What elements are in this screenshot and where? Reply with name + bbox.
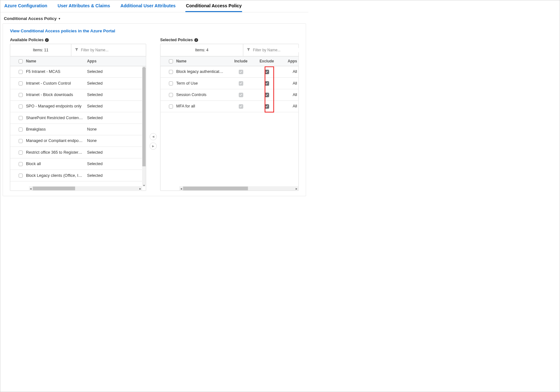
policy-apps: Selected <box>87 104 108 109</box>
policy-apps: Selected <box>87 162 108 166</box>
tab-additional-user-attributes[interactable]: Additional User Attributes <box>120 0 176 12</box>
table-row[interactable]: SharePoint Restricted Conten…Selected <box>10 112 142 124</box>
policy-name: SharePoint Restricted Conten… <box>26 116 87 120</box>
selected-filter-input[interactable] <box>253 48 300 52</box>
row-checkbox[interactable] <box>19 151 23 155</box>
row-checkbox[interactable] <box>169 104 173 108</box>
row-checkbox[interactable] <box>19 139 23 143</box>
view-in-azure-portal-link[interactable]: View Conditional Access policies in the … <box>10 29 115 34</box>
table-row[interactable]: MFA for allAll <box>160 101 299 112</box>
policy-apps: All <box>280 93 298 97</box>
policy-name: Block Legacy clients (Office, I… <box>26 173 87 178</box>
policy-name: Term of Use <box>176 81 228 86</box>
exclude-checkbox[interactable] <box>265 70 269 74</box>
selected-policies-title: Selected Policies <box>160 38 193 42</box>
policy-apps: Selected <box>87 93 108 97</box>
policy-name: Intranet - Custom Control <box>26 81 87 86</box>
scroll-left-arrow-icon[interactable]: ◀ <box>29 187 33 190</box>
row-checkbox[interactable] <box>19 81 23 86</box>
scroll-down-arrow-icon[interactable]: ▼ <box>142 183 146 186</box>
header-exclude[interactable]: Exclude <box>254 59 280 63</box>
header-apps[interactable]: Apps <box>87 59 108 63</box>
row-checkbox[interactable] <box>19 116 23 120</box>
row-checkbox[interactable] <box>169 70 173 74</box>
tab-conditional-access-policy[interactable]: Conditional Access Policy <box>185 0 242 12</box>
policy-apps: None <box>87 127 108 132</box>
policy-apps: Selected <box>87 116 108 120</box>
tab-user-attributes-claims[interactable]: User Attributes & Claims <box>57 0 111 12</box>
exclude-checkbox[interactable] <box>265 104 269 109</box>
table-row[interactable]: Block legacy authenticat…All <box>160 66 299 78</box>
policy-name: F5 Intranet - MCAS <box>26 69 87 74</box>
header-name[interactable]: Name <box>176 59 228 63</box>
include-checkbox[interactable] <box>239 93 243 97</box>
scroll-right-arrow-icon[interactable]: ▶ <box>295 187 299 190</box>
row-checkbox[interactable] <box>19 104 23 108</box>
selected-policies-panel: Selected Policies i Items: 4 Name <box>160 38 299 191</box>
available-filter-input[interactable] <box>81 48 143 52</box>
filter-icon <box>74 48 79 53</box>
policy-apps: Selected <box>87 173 108 178</box>
row-checkbox[interactable] <box>19 162 23 166</box>
table-row[interactable]: Intranet - Custom ControlSelected <box>10 78 142 89</box>
table-row[interactable]: Term of UseAll <box>160 78 299 89</box>
available-items-count: Items: 11 <box>10 44 71 56</box>
row-checkbox[interactable] <box>169 93 173 97</box>
header-apps[interactable]: Apps <box>280 59 298 63</box>
available-policies-panel: Available Policies i Items: 11 Name <box>10 38 146 191</box>
horizontal-scrollbar[interactable]: ◀ ▶ <box>29 186 142 190</box>
available-policies-title: Available Policies <box>10 38 43 42</box>
selected-items-count: Items: 4 <box>160 44 243 56</box>
vertical-scroll-thumb[interactable] <box>142 67 145 166</box>
info-icon[interactable]: i <box>194 38 198 42</box>
row-checkbox[interactable] <box>19 93 23 97</box>
scroll-right-arrow-icon[interactable]: ▶ <box>138 187 142 190</box>
table-row[interactable]: BreakglassNone <box>10 124 142 135</box>
available-select-all-checkbox[interactable] <box>19 59 23 63</box>
horizontal-scroll-thumb[interactable] <box>33 187 75 190</box>
row-checkbox[interactable] <box>169 81 173 86</box>
policy-name: Block legacy authenticat… <box>176 69 228 74</box>
table-row[interactable]: Restrict office 365 to Register…Selected <box>10 147 142 158</box>
caret-down-icon: ▼ <box>58 17 61 20</box>
header-name[interactable]: Name <box>26 59 87 63</box>
table-row[interactable]: Block Legacy clients (Office, I…Selected <box>10 170 142 181</box>
transfer-buttons: ◀ ▶ <box>148 38 158 191</box>
table-row[interactable]: Block allSelected <box>10 158 142 170</box>
policy-name: Intranet - Block downloads <box>26 93 87 97</box>
include-checkbox[interactable] <box>239 70 243 74</box>
include-checkbox[interactable] <box>239 104 243 109</box>
info-icon[interactable]: i <box>45 38 49 42</box>
selected-select-all-checkbox[interactable] <box>169 59 173 63</box>
horizontal-scrollbar[interactable]: ◀ ▶ <box>179 186 299 190</box>
policy-apps: Selected <box>87 81 108 86</box>
horizontal-scroll-thumb[interactable] <box>183 187 248 190</box>
row-checkbox[interactable] <box>19 70 23 74</box>
header-include[interactable]: Include <box>228 59 254 63</box>
row-checkbox[interactable] <box>19 127 23 132</box>
table-row[interactable]: F5 Intranet - MCASSelected <box>10 66 142 78</box>
content-frame: View Conditional Access policies in the … <box>3 23 306 196</box>
vertical-scrollbar[interactable]: ▲ ▼ <box>142 66 146 186</box>
filter-icon <box>247 48 251 53</box>
policy-name: Block all <box>26 162 87 166</box>
policy-name: Managed or Compliant endpo… <box>26 138 87 143</box>
table-row[interactable]: Managed or Compliant endpo…None <box>10 135 142 147</box>
exclude-checkbox[interactable] <box>265 81 269 86</box>
move-right-button[interactable]: ▶ <box>150 143 157 150</box>
exclude-checkbox[interactable] <box>265 93 269 97</box>
policy-name: Session Controls <box>176 93 228 97</box>
section-title-dropdown[interactable]: Conditional Access Policy ▼ <box>0 12 308 23</box>
policy-name: Breakglass <box>26 127 87 132</box>
table-row[interactable]: SPO - Managed endpoints onlySelected <box>10 101 142 112</box>
tab-azure-configuration[interactable]: Azure Configuration <box>4 0 48 12</box>
include-checkbox[interactable] <box>239 81 243 86</box>
policy-apps: None <box>87 138 108 143</box>
scroll-left-arrow-icon[interactable]: ◀ <box>179 187 183 190</box>
policy-apps: All <box>280 104 298 109</box>
table-row[interactable]: Intranet - Block downloadsSelected <box>10 89 142 100</box>
row-checkbox[interactable] <box>19 173 23 177</box>
table-row[interactable]: Session ControlsAll <box>160 89 299 100</box>
policy-apps: Selected <box>87 69 108 74</box>
move-left-button[interactable]: ◀ <box>150 133 157 140</box>
